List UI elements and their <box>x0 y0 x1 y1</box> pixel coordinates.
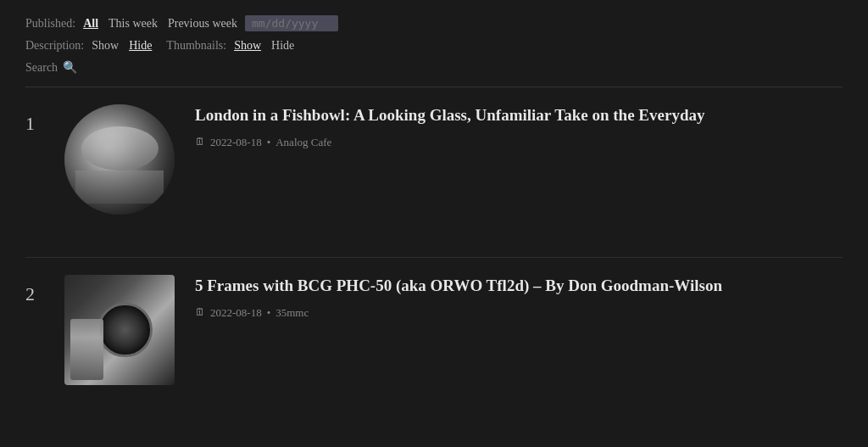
article-number: 2 <box>25 283 44 305</box>
thumbnail-image-fisheye <box>64 104 175 215</box>
articles-list: 1 London in a Fishbowl: A Looking Glass,… <box>25 104 843 402</box>
article-date: 2022-08-18 <box>210 306 262 320</box>
article-source: 35mmc <box>275 306 309 320</box>
filter-previous-week[interactable]: Previous week <box>165 16 240 31</box>
article-content: 5 Frames with BCG PHC-50 (aka ORWO Tfl2d… <box>195 275 843 320</box>
article-title[interactable]: 5 Frames with BCG PHC-50 (aka ORWO Tfl2d… <box>195 275 843 298</box>
article-divider <box>25 257 843 258</box>
article-source: Analog Cafe <box>275 136 331 149</box>
description-label: Description: <box>25 39 84 53</box>
search-label: Search <box>25 61 58 75</box>
published-label: Published: <box>25 17 75 31</box>
meta-separator: • <box>267 306 271 320</box>
description-hide[interactable]: Hide <box>126 38 154 53</box>
article-number: 1 <box>25 113 44 135</box>
meta-separator: • <box>267 136 271 149</box>
search-row: Search 🔍 <box>25 60 843 75</box>
date-input[interactable] <box>245 15 338 31</box>
article-content: London in a Fishbowl: A Looking Glass, U… <box>195 104 843 149</box>
article-item: 2 5 Frames with BCG PHC-50 (aka ORWO Tfl… <box>25 275 843 402</box>
thumbnails-show[interactable]: Show <box>231 38 264 53</box>
article-thumbnail <box>64 275 175 385</box>
search-icon[interactable]: 🔍 <box>63 60 77 75</box>
description-show[interactable]: Show <box>89 38 121 53</box>
calendar-icon: 🗓 <box>195 136 205 148</box>
thumbnail-image-camera <box>64 275 175 385</box>
filter-bar: Published: All This week Previous week D… <box>25 15 843 87</box>
article-item: 1 London in a Fishbowl: A Looking Glass,… <box>25 104 843 232</box>
thumbnails-label: Thumbnails: <box>166 39 226 53</box>
article-meta: 🗓 2022-08-18 • 35mmc <box>195 306 843 320</box>
article-thumbnail <box>64 104 175 215</box>
filter-all[interactable]: All <box>81 16 101 31</box>
published-filter-row: Published: All This week Previous week <box>25 15 843 31</box>
article-title[interactable]: London in a Fishbowl: A Looking Glass, U… <box>195 104 843 127</box>
article-meta: 🗓 2022-08-18 • Analog Cafe <box>195 136 843 149</box>
calendar-icon: 🗓 <box>195 306 205 319</box>
article-date: 2022-08-18 <box>210 136 262 149</box>
filter-this-week[interactable]: This week <box>106 16 160 31</box>
description-filter-row: Description: Show Hide Thumbnails: Show … <box>25 38 843 53</box>
thumbnails-hide[interactable]: Hide <box>269 38 297 53</box>
